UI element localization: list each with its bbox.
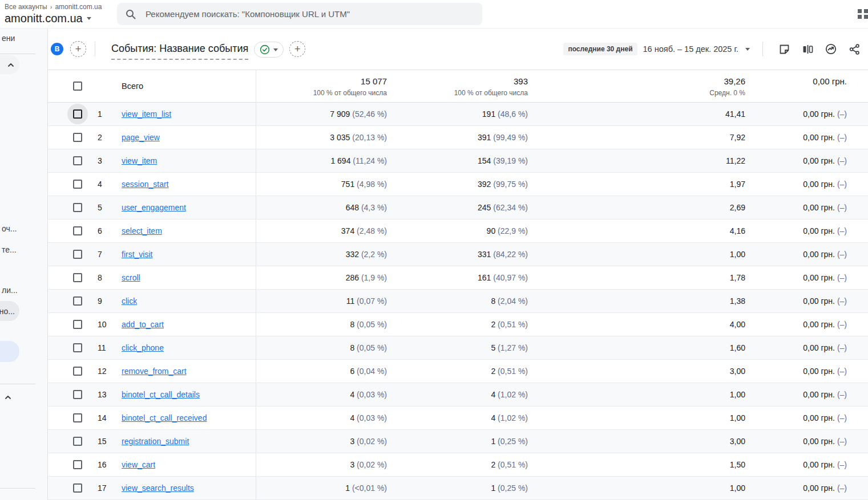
event-name-link[interactable]: user_engagement: [122, 203, 186, 212]
event-name-link[interactable]: page_view: [122, 133, 160, 142]
account-selector[interactable]: amonitt.com.ua: [5, 12, 91, 25]
row-number: 16: [98, 460, 107, 469]
event-name-link[interactable]: binotel_ct_call_received: [122, 413, 207, 422]
event-count-cell: 286 (1,9 %): [346, 273, 387, 282]
users-count-cell-percent: (0,25 %): [498, 483, 528, 493]
event-name-link[interactable]: scroll: [122, 273, 140, 282]
users-count-cell-percent: (1,02 %): [498, 390, 528, 399]
row-checkbox[interactable]: [67, 221, 88, 241]
users-count-cell: 4 (1,02 %): [491, 390, 528, 399]
revenue-cell: 0,00 грн. (–): [803, 180, 847, 189]
nav-item-truncated[interactable]: ли...: [2, 286, 18, 295]
row-checkbox[interactable]: [67, 454, 88, 475]
users-count-cell: 2 (0,51 %): [491, 320, 528, 329]
totals-row: Всего 15 077 100 % от общего числа 393 1…: [48, 70, 868, 103]
nav-item-truncated[interactable]: ени: [2, 34, 15, 43]
row-checkbox[interactable]: [67, 384, 88, 405]
apps-grid-icon[interactable]: [858, 9, 868, 19]
event-name-link[interactable]: binotel_ct_call_details: [122, 390, 200, 399]
chevron-down-icon: [273, 48, 278, 51]
row-checkbox[interactable]: [67, 291, 88, 311]
event-name-link[interactable]: remove_from_cart: [122, 367, 187, 376]
event-name-link[interactable]: add_to_cart: [122, 320, 164, 329]
add-dimension-button[interactable]: +: [289, 41, 305, 57]
revenue-cell-percent: (–): [837, 203, 847, 212]
event-count-cell: 1 (<0,01 %): [345, 483, 387, 493]
users-count-cell: 191 (48,6 %): [482, 109, 528, 119]
row-checkbox[interactable]: [67, 431, 88, 452]
edit-comparisons-button[interactable]: [801, 42, 814, 56]
users-count-cell-percent: (99,75 %): [493, 180, 528, 189]
per-user-cell: 1,00: [730, 390, 745, 399]
event-count-cell: 751 (4,98 %): [341, 180, 387, 189]
revenue-cell: 0,00 грн. (–): [803, 483, 847, 493]
row-checkbox[interactable]: [67, 338, 88, 358]
per-user-cell-value: 3,00: [730, 367, 745, 376]
event-count-cell-value: 8: [350, 343, 354, 352]
nav-item-pill[interactable]: но...: [0, 301, 19, 321]
add-segment-button[interactable]: +: [70, 41, 86, 57]
row-checkbox[interactable]: [67, 197, 88, 218]
nav-item-truncated[interactable]: те...: [2, 245, 17, 254]
row-checkbox[interactable]: [67, 478, 88, 498]
dimension-valid-dropdown[interactable]: [254, 42, 284, 58]
event-count-cell-percent: (20,13 %): [352, 133, 387, 142]
nav-item-truncated[interactable]: оч...: [2, 224, 17, 233]
revenue-cell: 0,00 грн. (–): [803, 390, 847, 399]
event-name-link[interactable]: session_start: [122, 180, 168, 189]
revenue-cell: 0,00 грн. (–): [803, 320, 847, 329]
header-divider: [95, 42, 95, 56]
revenue-cell-percent: (–): [837, 180, 847, 189]
row-number: 17: [98, 483, 107, 493]
event-name-link[interactable]: registration_submit: [122, 437, 189, 446]
event-count-cell-value: 1 694: [330, 156, 350, 165]
avatar[interactable]: B: [51, 43, 63, 55]
event-name-link[interactable]: click: [122, 296, 137, 306]
event-name-link[interactable]: view_search_results: [122, 483, 194, 493]
table-row: 13binotel_ct_call_details4 (0,03 %)4 (1,…: [48, 383, 868, 406]
breadcrumb-all-accounts[interactable]: Все аккаунты: [5, 3, 47, 11]
left-navigation: ени оч... те... ли... но...: [0, 29, 48, 500]
revenue-cell-percent: (–): [837, 273, 847, 282]
date-range-picker[interactable]: последние 30 дней 16 нояб. – 15 дек. 202…: [563, 43, 750, 55]
search-bar[interactable]: [117, 3, 482, 25]
users-count-cell-value: 90: [487, 226, 496, 235]
insights-button[interactable]: [824, 42, 838, 56]
event-name-link[interactable]: view_cart: [122, 460, 155, 469]
event-count-cell-percent: (11,24 %): [353, 156, 387, 165]
row-checkbox[interactable]: [67, 151, 88, 171]
chevron-down-icon: [745, 48, 750, 51]
row-checkbox[interactable]: [67, 244, 88, 265]
share-button[interactable]: [847, 42, 861, 56]
users-count-cell-value: 391: [478, 133, 491, 142]
search-input[interactable]: [146, 9, 474, 19]
event-count-cell-percent: (0,04 %): [357, 367, 387, 376]
report-title[interactable]: События: Название события: [111, 43, 248, 60]
collapse-up-icon[interactable]: [4, 393, 12, 401]
row-checkbox[interactable]: [67, 267, 88, 288]
users-count-cell-percent: (0,25 %): [498, 437, 528, 446]
nav-item-selected[interactable]: [0, 341, 19, 362]
row-checkbox[interactable]: [67, 127, 88, 148]
event-name-link[interactable]: select_item: [122, 226, 162, 235]
table-row: 9click11 (0,07 %)8 (2,04 %)1,380,00 грн.…: [48, 290, 868, 313]
nav-collapse-button[interactable]: [0, 55, 19, 74]
event-name-link[interactable]: click_phone: [122, 343, 164, 352]
event-name-link[interactable]: view_item_list: [122, 109, 171, 119]
checkbox-icon: [73, 133, 82, 142]
row-checkbox[interactable]: [67, 314, 88, 335]
per-user-cell-value: 1,00: [730, 413, 745, 422]
notes-button[interactable]: [777, 42, 791, 56]
row-checkbox[interactable]: [67, 174, 88, 194]
select-all-checkbox[interactable]: [67, 76, 88, 96]
row-checkbox[interactable]: [67, 104, 88, 124]
event-count-cell: 3 (0,02 %): [350, 437, 387, 446]
breadcrumb-account[interactable]: amonitt.com.ua: [55, 3, 102, 11]
per-user-cell: 4,16: [730, 226, 745, 235]
event-name-link[interactable]: view_item: [122, 156, 157, 165]
per-user-cell: 1,78: [730, 273, 745, 282]
row-checkbox[interactable]: [67, 361, 88, 381]
row-checkbox[interactable]: [67, 408, 88, 428]
event-name-link[interactable]: first_visit: [122, 250, 152, 259]
users-count-cell: 391 (99,49 %): [478, 133, 528, 142]
